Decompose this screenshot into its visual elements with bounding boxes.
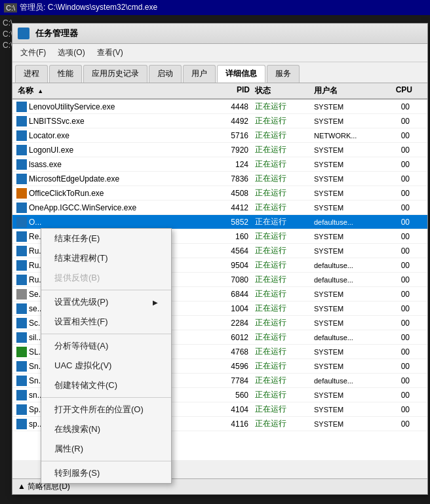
proc-cpu: 00 <box>380 362 412 371</box>
proc-icon <box>16 188 27 199</box>
table-row[interactable]: lsass.exe 124 正在运行 SYSTEM 00 <box>12 157 427 172</box>
proc-user: defaultuse... <box>314 334 380 341</box>
proc-icon <box>16 145 27 155</box>
menu-options[interactable]: 选项(O) <box>52 45 90 60</box>
ctx-menu-item[interactable]: 打开文件所在的位置(O) <box>41 400 171 419</box>
tab-startup[interactable]: 启动 <box>149 65 182 83</box>
table-row[interactable]: OneApp.IGCC.WinService.exe 4412 正在运行 SYS… <box>12 201 427 215</box>
proc-pid: 160 <box>209 232 255 241</box>
proc-cpu: 00 <box>380 174 412 184</box>
proc-name-cell: lsass.exe <box>12 159 209 170</box>
ctx-menu-item[interactable]: 结束任务(E) <box>41 229 171 248</box>
table-row[interactable]: Locator.exe 5716 正在运行 NETWORK... 00 <box>12 128 427 143</box>
ctx-menu-item[interactable]: 设置相关性(F) <box>41 312 171 332</box>
proc-user: SYSTEM <box>314 305 380 313</box>
proc-name-cell: O... <box>12 217 209 227</box>
proc-icon <box>16 246 27 256</box>
proc-pid: 7836 <box>209 174 255 184</box>
proc-cpu: 00 <box>380 232 412 241</box>
proc-cpu: 00 <box>380 246 412 256</box>
tab-bar: 进程 性能 应用历史记录 启动 用户 详细信息 服务 <box>12 62 427 83</box>
proc-status: 正在运行 <box>255 360 314 372</box>
proc-user: defaultuse... <box>314 276 380 284</box>
proc-icon <box>16 332 27 343</box>
ctx-separator <box>41 290 171 290</box>
proc-cpu: 00 <box>380 145 412 155</box>
proc-user: defaultuse... <box>314 262 380 269</box>
menu-view[interactable]: 查看(V) <box>92 45 128 60</box>
proc-name: OneApp.IGCC.WinService.exe <box>29 203 136 212</box>
proc-pid: 4596 <box>209 362 255 371</box>
proc-status: 正在运行 <box>255 288 314 300</box>
proc-name: LogonUI.exe <box>29 145 73 155</box>
proc-user: SYSTEM <box>314 103 380 111</box>
proc-user: SYSTEM <box>314 290 380 298</box>
table-row[interactable]: MicrosoftEdgeUpdate.exe 7836 正在运行 SYSTEM… <box>12 172 427 186</box>
proc-status: 正在运行 <box>255 375 314 386</box>
table-row[interactable]: LNBITSSvc.exe 4492 正在运行 SYSTEM 00 <box>12 114 427 128</box>
proc-pid: 9504 <box>209 261 255 270</box>
ctx-menu-item[interactable]: 转到服务(S) <box>41 463 171 483</box>
proc-user: SYSTEM <box>314 406 380 414</box>
proc-cpu: 00 <box>380 376 412 385</box>
proc-status: 正在运行 <box>255 202 314 213</box>
proc-status: 正在运行 <box>255 404 314 415</box>
tab-performance[interactable]: 性能 <box>49 65 82 83</box>
table-row[interactable]: LogonUI.exe 7920 正在运行 SYSTEM 00 <box>12 143 427 157</box>
proc-status: 正在运行 <box>255 389 314 400</box>
proc-pid: 560 <box>209 391 255 400</box>
col-header-pid[interactable]: PID <box>209 85 255 96</box>
tab-services[interactable]: 服务 <box>267 65 300 83</box>
taskmgr-title: 任务管理器 <box>35 28 78 39</box>
proc-icon <box>16 289 27 300</box>
ctx-menu-item[interactable]: 在线搜索(N) <box>41 419 171 439</box>
col-header-name[interactable]: 名称 ▲ <box>12 85 209 96</box>
proc-icon <box>16 174 27 184</box>
proc-user: SYSTEM <box>314 247 380 255</box>
proc-pid: 7784 <box>209 376 255 385</box>
proc-status: 正在运行 <box>255 303 314 314</box>
proc-user: SYSTEM <box>314 391 380 399</box>
proc-icon <box>16 404 27 415</box>
proc-cpu: 00 <box>380 275 412 284</box>
ctx-menu-item[interactable]: 结束进程树(T) <box>41 248 171 268</box>
table-header: 名称 ▲ PID 状态 用户名 CPU <box>12 83 427 100</box>
ctx-menu-item[interactable]: 创建转储文件(C) <box>41 376 171 395</box>
proc-pid: 4564 <box>209 246 255 256</box>
col-header-status[interactable]: 状态 <box>255 85 314 96</box>
table-row[interactable]: OfficeClickToRun.exe 4508 正在运行 SYSTEM 00 <box>12 186 427 201</box>
proc-cpu: 00 <box>380 189 412 198</box>
proc-pid: 4768 <box>209 347 255 357</box>
tab-process[interactable]: 进程 <box>15 65 48 83</box>
ctx-item-label: 设置优先级(P) <box>54 296 108 308</box>
proc-status: 正在运行 <box>255 115 314 126</box>
proc-icon <box>16 318 27 328</box>
proc-cpu: 00 <box>380 290 412 299</box>
ctx-menu-item[interactable]: 设置优先级(P)▶ <box>41 292 171 312</box>
table-row[interactable]: LenovoUtilityService.exe 4448 正在运行 SYSTE… <box>12 100 427 114</box>
proc-pid: 5716 <box>209 131 255 140</box>
proc-pid: 124 <box>209 160 255 169</box>
proc-name: lsass.exe <box>29 160 62 169</box>
ctx-menu-item[interactable]: 属性(R) <box>41 439 171 459</box>
proc-name: Locator.exe <box>29 131 69 140</box>
tab-app-history[interactable]: 应用历史记录 <box>83 65 147 83</box>
proc-name-cell: LenovoUtilityService.exe <box>12 102 209 112</box>
cmd-icon: C:\ <box>4 3 17 12</box>
proc-cpu: 00 <box>380 333 412 342</box>
proc-pid: 4116 <box>209 419 255 429</box>
proc-name-cell: Locator.exe <box>12 130 209 141</box>
proc-user: SYSTEM <box>314 319 380 327</box>
ctx-separator <box>41 397 171 398</box>
proc-cpu: 00 <box>380 304 412 313</box>
menu-file[interactable]: 文件(F) <box>15 45 51 60</box>
ctx-menu-item[interactable]: UAC 虚拟化(V) <box>41 356 171 376</box>
col-header-cpu[interactable]: CPU <box>380 85 412 96</box>
col-header-user[interactable]: 用户名 <box>314 85 380 96</box>
table-row[interactable]: O... 5852 正在运行 defaultuse... 00 <box>12 215 427 229</box>
tab-users[interactable]: 用户 <box>183 65 216 83</box>
proc-pid: 4508 <box>209 189 255 198</box>
tab-details[interactable]: 详细信息 <box>217 65 265 83</box>
cmd-title: 管理员: C:\Windows\system32\cmd.exe <box>20 2 157 13</box>
ctx-menu-item[interactable]: 分析等待链(A) <box>41 336 171 356</box>
